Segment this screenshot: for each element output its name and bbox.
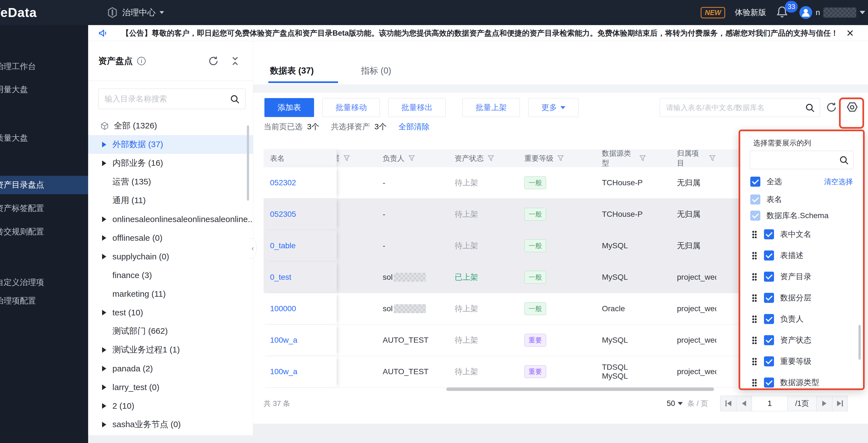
notification-bell-icon[interactable]: 33 [775, 5, 790, 20]
sidebar-item[interactable]: 自定义治理项 [0, 273, 88, 292]
table-name-link[interactable]: 052305 [270, 210, 296, 219]
tree-item[interactable]: larry_test (0) [88, 378, 253, 397]
collapse-panel-icon[interactable] [229, 56, 241, 67]
sidebar-item[interactable]: 资产标签配置 [0, 199, 88, 217]
tree-item[interactable]: onlinesaleonlinesaleonlinesaleonline... [88, 210, 253, 229]
tree-search-input[interactable] [98, 89, 245, 109]
table-search-input[interactable] [660, 98, 820, 117]
table-name-link[interactable]: 100000 [270, 304, 296, 313]
tree-item[interactable]: marketing (11) [88, 284, 253, 303]
clear-selection-link[interactable]: 清空选择 [824, 177, 853, 187]
tree-item[interactable]: 测试业务过程1 (1) [88, 340, 253, 359]
sidebar-item[interactable]: 治理工作台 [0, 58, 88, 76]
tree-item[interactable]: 外部数据 (37) [88, 135, 253, 154]
filter-funnel-icon[interactable] [343, 155, 350, 162]
column-search-input[interactable] [750, 151, 853, 169]
expand-caret-icon[interactable] [102, 310, 106, 315]
scrollbar-thumb[interactable] [446, 387, 714, 391]
checkbox-checked[interactable] [764, 272, 774, 282]
filter-funnel-icon[interactable] [487, 155, 495, 162]
expand-caret-icon[interactable] [102, 422, 106, 428]
drag-handle-icon[interactable] [752, 294, 757, 302]
checkbox-checked[interactable] [764, 229, 774, 239]
tree-item[interactable]: supplychain (0) [88, 247, 253, 266]
refresh-table-icon[interactable] [826, 101, 837, 113]
prev-page-button[interactable] [736, 396, 752, 411]
filter-funnel-icon[interactable] [639, 155, 647, 162]
action-button[interactable]: 添加表 [265, 98, 314, 117]
expand-caret-icon[interactable] [102, 403, 106, 409]
sidebar-item[interactable]: 资产目录盘点 [0, 176, 88, 194]
action-button[interactable]: 批量上架 [462, 98, 520, 117]
tree-scrollbar[interactable] [247, 125, 249, 201]
expand-caret-icon[interactable] [102, 161, 106, 166]
checkbox-checked[interactable] [764, 335, 774, 345]
tree-item[interactable]: sasha业务节点 (0) [88, 415, 253, 434]
last-page-button[interactable] [832, 396, 848, 411]
expand-caret-icon[interactable] [102, 384, 106, 390]
user-menu[interactable]: n [799, 6, 865, 19]
panel-scrollbar-thumb[interactable] [859, 325, 861, 360]
expand-caret-icon[interactable] [102, 216, 106, 222]
filter-funnel-icon[interactable] [557, 155, 564, 162]
close-icon[interactable]: ✕ [846, 28, 854, 38]
expand-caret-icon[interactable] [102, 254, 106, 260]
drag-handle-icon[interactable] [752, 230, 757, 238]
column-toggle-item[interactable]: 资产状态 [740, 330, 863, 351]
tree-item[interactable]: 全部 (1326) [88, 116, 253, 135]
checkbox-checked[interactable] [764, 377, 774, 387]
tab-data-tables[interactable]: 数据表 (37) [270, 65, 314, 77]
drag-handle-icon[interactable] [752, 315, 757, 323]
filter-funnel-icon[interactable] [709, 155, 716, 162]
first-page-button[interactable] [720, 396, 736, 411]
next-page-button[interactable] [816, 396, 832, 411]
search-icon[interactable] [229, 94, 240, 104]
sidebar-item[interactable]: 质量大盘 [0, 129, 88, 147]
column-toggle-item[interactable]: 数据分层 [740, 287, 863, 308]
tree-item[interactable]: 运营 (135) [88, 172, 253, 191]
page-size-select[interactable]: 50 [666, 399, 683, 408]
clear-all-link[interactable]: 全部清除 [398, 122, 430, 132]
expand-caret-icon[interactable] [102, 142, 106, 147]
drag-handle-icon[interactable] [752, 336, 757, 344]
table-name-link[interactable]: 100w_a [270, 336, 297, 345]
drag-handle-icon[interactable] [752, 251, 757, 260]
action-button[interactable]: 更多 [528, 98, 579, 117]
table-name-link[interactable]: 100w_a [270, 367, 297, 376]
checkbox-checked[interactable] [764, 250, 774, 261]
tree-item[interactable]: 2 (10) [88, 397, 253, 415]
column-toggle-item[interactable]: 表中文名 [740, 224, 863, 245]
table-name-link[interactable]: 0_table [270, 241, 296, 250]
sidebar-item[interactable]: 治理项配置 [0, 292, 88, 310]
checkbox-checked[interactable] [750, 177, 760, 187]
action-button[interactable]: 批量移动 [322, 98, 380, 117]
refresh-icon[interactable] [208, 56, 219, 67]
drag-handle-icon[interactable] [752, 357, 757, 365]
expand-caret-icon[interactable] [102, 366, 106, 371]
tree-item[interactable]: offlinesale (0) [88, 229, 253, 247]
expand-caret-icon[interactable] [102, 235, 106, 241]
try-new-version-link[interactable]: 体验新版 [735, 7, 766, 18]
gear-icon[interactable] [846, 101, 859, 114]
checkbox-checked[interactable] [764, 314, 774, 324]
column-toggle-item[interactable]: 资产目录 [740, 266, 863, 287]
tab-metrics[interactable]: 指标 (0) [361, 65, 391, 77]
table-name-link[interactable]: 052302 [270, 178, 296, 187]
tree-item[interactable]: 测试部门 (662) [88, 322, 253, 340]
tree-item[interactable]: 通用 (11) [88, 191, 253, 210]
table-name-link[interactable]: 0_test [270, 273, 291, 282]
tree-item[interactable]: finance (3) [88, 266, 253, 284]
page-number-input[interactable] [752, 396, 787, 411]
nav-governance-center[interactable]: 治理中心 [106, 7, 164, 19]
expand-caret-icon[interactable] [102, 347, 106, 353]
search-icon[interactable] [839, 155, 849, 166]
column-toggle-item[interactable]: 负责人 [740, 308, 863, 330]
info-icon[interactable]: i [137, 57, 146, 65]
tree-item[interactable]: panada (2) [88, 359, 253, 378]
action-button[interactable]: 批量移出 [388, 98, 446, 117]
drag-handle-icon[interactable] [752, 379, 757, 386]
column-toggle-item[interactable]: 重要等级 [740, 351, 863, 372]
checkbox-checked[interactable] [764, 356, 774, 366]
filter-funnel-icon[interactable] [408, 155, 415, 162]
sidebar-item[interactable]: 用量大盘 [0, 80, 88, 99]
